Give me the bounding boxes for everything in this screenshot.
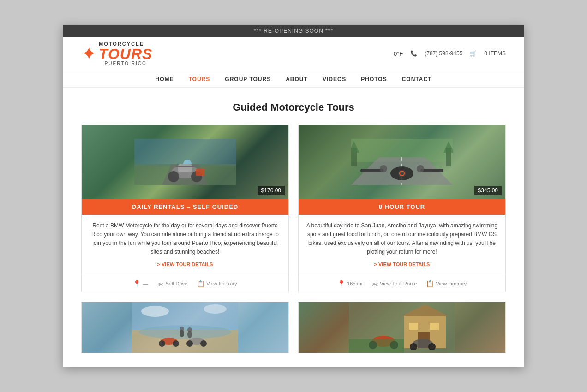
phone-number: (787) 598-9455 [425, 50, 462, 57]
nav-contact[interactable]: CONTACT [402, 76, 432, 83]
itinerary-icon-1: 📋 [197, 280, 204, 287]
announcement-bar: *** RE-OPENING SOON *** [63, 25, 524, 37]
tour-2-footer-itinerary: 📋 View Itinerary [426, 280, 466, 287]
bottom-card-1 [81, 302, 289, 353]
tour-2-price: $345.00 [474, 186, 502, 195]
browser-window: *** RE-OPENING SOON *** ✦ MOTORCYCLE TOU… [63, 25, 524, 367]
tour-1-location-label: — [143, 281, 148, 286]
tour-2-route-label[interactable]: View Tour Route [380, 281, 417, 286]
tour-1-itinerary-label[interactable]: View Itinerary [206, 281, 237, 286]
phone-icon: 📞 [410, 50, 417, 57]
svg-point-31 [186, 340, 193, 347]
location-icon: 📍 [133, 280, 141, 287]
svg-point-48 [428, 343, 436, 350]
bottom-card-2-svg [299, 302, 505, 353]
bike-icon-1: 🏍 [157, 280, 163, 287]
tour-2-description: A beautiful day ride to San Juan, Arecib… [306, 221, 498, 257]
tour-2-distance-label: 165 mi [347, 281, 362, 286]
itinerary-icon-2: 📋 [426, 280, 434, 287]
main-content: Guided Motorcycle Tours [63, 88, 524, 367]
tour-2-body: A beautiful day ride to San Juan, Arecib… [299, 215, 505, 275]
tour-2-image-wrap: $345.00 [299, 125, 505, 199]
header-right: 0°F 📞 (787) 598-9455 🛒 0 ITEMS [394, 50, 506, 57]
tour-2-itinerary-label[interactable]: View Itinerary [436, 281, 466, 286]
main-nav: HOME TOURS GROUP TOURS ABOUT VIDEOS PHOT… [63, 71, 524, 88]
header: ✦ MOTORCYCLE TOURS PUERTO RICO 0°F 📞 (78… [63, 37, 524, 71]
tour-1-footer-itinerary: 📋 View Itinerary [197, 280, 237, 287]
tour-1-footer: 📍 — 🏍 Self Drive 📋 View Itinerary [82, 275, 288, 292]
tour-2-footer: 📍 165 mi 🏍 View Tour Route 📋 View Itiner… [299, 275, 505, 292]
announcement-text: *** RE-OPENING SOON *** [254, 28, 333, 34]
tour-card-2: $345.00 8 HOUR TOUR A beautiful day ride… [298, 125, 506, 292]
bottom-card-2-image [299, 302, 505, 353]
svg-point-29 [173, 340, 179, 347]
bottom-card-1-image [82, 302, 288, 353]
logo-tours-label: TOURS [99, 47, 152, 61]
bottom-cards [81, 302, 506, 353]
svg-point-4 [168, 171, 179, 182]
logo-pr-label: PUERTO RICO [99, 61, 152, 66]
svg-rect-6 [178, 164, 192, 172]
tour-1-title: DAILY RENTALS – SELF GUIDED [82, 199, 288, 215]
tour-2-footer-route: 🏍 View Tour Route [371, 280, 417, 287]
location-icon-2: 📍 [337, 280, 345, 287]
tour-2-scene-svg [351, 139, 453, 185]
nav-tours[interactable]: TOURS [189, 76, 210, 83]
logo-text: MOTORCYCLE TOURS PUERTO RICO [99, 42, 152, 66]
svg-rect-50 [409, 323, 418, 330]
svg-point-38 [204, 304, 227, 314]
svg-point-32 [200, 340, 207, 347]
svg-point-28 [159, 340, 165, 347]
tour-2-title: 8 HOUR TOUR [299, 199, 505, 215]
tour-2-details-link[interactable]: > VIEW TOUR DETAILS [306, 261, 498, 269]
nav-photos[interactable]: PHOTOS [361, 76, 387, 83]
svg-rect-49 [349, 339, 404, 353]
tour-1-price: $170.00 [258, 186, 285, 195]
tour-1-footer-location: 📍 — [133, 280, 148, 287]
tours-grid: $170.00 DAILY RENTALS – SELF GUIDED Rent… [81, 125, 506, 292]
nav-videos[interactable]: VIDEOS [323, 76, 346, 83]
svg-point-47 [410, 343, 417, 350]
tour-1-body: Rent a BMW Motorcycle for the day or for… [82, 215, 288, 275]
tour-1-image-wrap: $170.00 [82, 125, 288, 199]
page-title: Guided Motorcycle Tours [81, 101, 506, 113]
svg-point-26 [139, 325, 231, 339]
tour-1-description: Rent a BMW Motorcycle for the day or for… [89, 221, 281, 257]
tour-2-footer-distance: 📍 165 mi [337, 280, 362, 287]
svg-point-16 [417, 165, 424, 172]
bike-icon-2: 🏍 [371, 280, 378, 287]
logo-star-icon: ✦ [81, 43, 97, 64]
tour-card-1: $170.00 DAILY RENTALS – SELF GUIDED Rent… [81, 125, 289, 292]
svg-rect-9 [196, 169, 205, 176]
logo-area: ✦ MOTORCYCLE TOURS PUERTO RICO [81, 42, 152, 66]
svg-point-36 [187, 327, 192, 332]
cart-icon: 🛒 [470, 50, 477, 57]
svg-point-34 [180, 327, 184, 331]
temperature-display: 0°F [394, 50, 403, 57]
nav-home[interactable]: HOME [156, 76, 174, 83]
nav-about[interactable]: ABOUT [286, 76, 308, 83]
tour-1-details-link[interactable]: > VIEW TOUR DETAILS [89, 261, 281, 269]
nav-group-tours[interactable]: GROUP TOURS [225, 76, 271, 83]
tour-1-scene-svg [134, 139, 236, 185]
cart-count: 0 ITEMS [484, 50, 506, 57]
svg-point-37 [141, 306, 169, 317]
svg-rect-51 [430, 323, 439, 330]
svg-point-15 [380, 165, 387, 172]
tour-1-footer-drive: 🏍 Self Drive [157, 280, 187, 287]
tour-1-drive-label[interactable]: Self Drive [165, 281, 187, 286]
bottom-card-1-svg [82, 302, 288, 353]
bottom-card-2 [298, 302, 506, 353]
